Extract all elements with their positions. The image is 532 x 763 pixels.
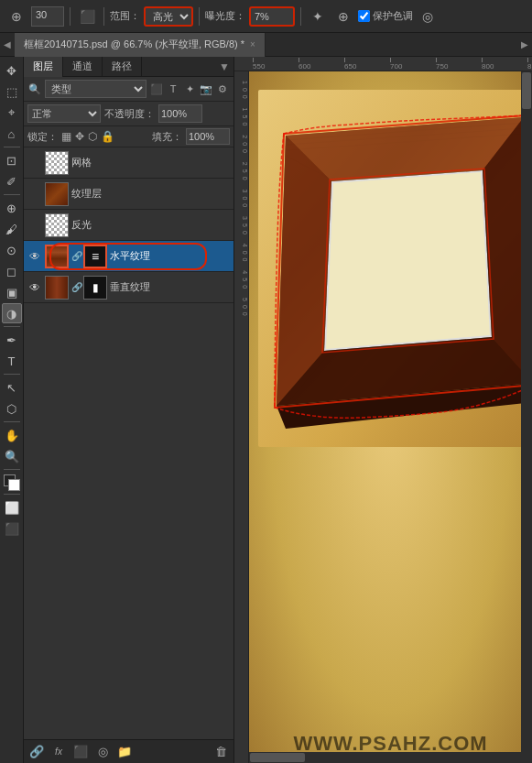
range-select[interactable]: 高光: [144, 6, 193, 27]
background-color[interactable]: [8, 479, 20, 491]
tool-screen-mode[interactable]: ⬛: [2, 518, 22, 539]
lock-artboard-icon[interactable]: ⬡: [88, 130, 97, 143]
layer-search-row: 🔍 类型 ⬛ T ✦ 📷 ⚙: [24, 77, 233, 102]
exposure-input[interactable]: [249, 6, 295, 27]
tool-path-select[interactable]: ↖: [2, 377, 22, 398]
layer-mask-btn[interactable]: ⬛: [71, 743, 90, 761]
lock-checkerboard-icon[interactable]: ▦: [61, 130, 71, 143]
layer-fx-btn[interactable]: fx: [49, 743, 68, 761]
layer-visibility-icon[interactable]: 👁: [27, 249, 42, 264]
tool-icon-4[interactable]: ⊕: [332, 5, 354, 27]
tool-crop[interactable]: ⊡: [2, 150, 22, 170]
layer-thumbnail: [45, 182, 69, 206]
tool-lasso[interactable]: ⌖: [2, 103, 22, 123]
fill-input[interactable]: [186, 128, 230, 145]
brush-size-select[interactable]: 30: [31, 6, 64, 27]
file-tab-name: 框框20140715.psd @ 66.7% (水平纹理, RGB/8) *: [24, 38, 244, 51]
tool-move[interactable]: ✥: [2, 60, 22, 81]
layer-type-select[interactable]: 类型: [45, 80, 147, 98]
lock-all-icon[interactable]: 🔒: [101, 130, 114, 143]
filter-adjustment[interactable]: ⚙: [215, 82, 230, 96]
tool-mode-standard[interactable]: ⬜: [2, 497, 22, 518]
layer-item[interactable]: 👁 🔗 ▮ 垂直纹理: [24, 272, 233, 303]
opacity-label: 不透明度：: [104, 107, 155, 121]
tool-sep-6: [4, 469, 20, 470]
tab-channels[interactable]: 通道: [63, 57, 103, 77]
lock-move-icon[interactable]: ✥: [75, 130, 84, 143]
layer-delete-btn[interactable]: 🗑: [212, 743, 230, 761]
tool-clone[interactable]: ⊙: [2, 240, 22, 260]
layer-link-icon: 🔗: [71, 282, 81, 292]
ruler-mark: 850: [527, 58, 532, 71]
layer-item[interactable]: 反光: [24, 210, 233, 241]
tool-hand[interactable]: ✋: [2, 425, 22, 445]
canvas-content[interactable]: WWW.PSAHZ.COM: [249, 71, 532, 763]
tool-pen[interactable]: ✒: [2, 330, 22, 350]
tool-zoom[interactable]: 🔍: [2, 446, 22, 466]
tool-dodge[interactable]: ◑: [2, 303, 22, 323]
color-swatches[interactable]: [4, 474, 20, 491]
tool-sep-3: [4, 326, 20, 327]
layer-name: 网格: [71, 156, 230, 169]
layer-visibility-icon[interactable]: [27, 187, 42, 202]
tab-layers[interactable]: 图层: [24, 57, 63, 77]
layer-name: 反光: [71, 218, 230, 232]
layer-thumbnail: [45, 151, 69, 175]
filter-text[interactable]: T: [166, 82, 180, 96]
layer-item-active[interactable]: 👁 🔗 ≡ 水平纹理: [24, 241, 233, 272]
separator-4: [300, 7, 301, 26]
filter-smart[interactable]: 📷: [199, 82, 213, 96]
tool-eraser[interactable]: ◻: [2, 261, 22, 281]
scrollbar-vertical-thumb[interactable]: [522, 72, 531, 109]
layer-adjustment-btn[interactable]: ◎: [93, 743, 112, 761]
tool-eyedropper[interactable]: ✐: [2, 171, 22, 191]
scrollbar-horizontal-thumb[interactable]: [250, 753, 305, 762]
ruler-mark: 750: [436, 58, 482, 71]
layer-list: 网格 纹理层 反光 👁 🔗: [24, 147, 233, 739]
file-tab[interactable]: 框框20140715.psd @ 66.7% (水平纹理, RGB/8) * ×: [15, 33, 266, 57]
panel-left-arrow[interactable]: ◀: [0, 33, 15, 57]
blend-mode-select[interactable]: 正常: [27, 104, 101, 123]
scrollbar-vertical[interactable]: [521, 71, 532, 752]
layers-panel: 图层 通道 路径 ▼ 🔍 类型 ⬛ T ✦: [24, 57, 234, 763]
layer-visibility-icon[interactable]: [27, 156, 42, 170]
protect-tone-checkbox[interactable]: [358, 10, 370, 22]
tool-icon-1[interactable]: ⊕: [5, 5, 27, 27]
panel-collapse-arrow[interactable]: ▼: [215, 60, 233, 73]
protect-tone-label[interactable]: 保护色调: [358, 9, 413, 23]
tool-sep-4: [4, 374, 20, 375]
filter-pixel[interactable]: ⬛: [149, 82, 164, 96]
tab-paths[interactable]: 路径: [103, 57, 142, 77]
tool-icon-3[interactable]: ✦: [307, 5, 329, 27]
scrollbar-horizontal[interactable]: [249, 752, 521, 763]
tool-type[interactable]: T: [2, 351, 22, 371]
layer-item[interactable]: 纹理层: [24, 179, 233, 210]
tool-heal[interactable]: ⊕: [2, 198, 22, 218]
separator-3: [199, 7, 200, 26]
tool-gradient[interactable]: ▣: [2, 282, 22, 302]
layer-visibility-icon[interactable]: [27, 218, 42, 233]
layer-visibility-icon[interactable]: 👁: [27, 280, 42, 295]
file-tab-close[interactable]: ×: [250, 39, 255, 49]
wooden-frame-svg: [258, 90, 532, 447]
layer-group-btn[interactable]: 📁: [115, 743, 134, 761]
tool-brush[interactable]: 🖌: [2, 219, 22, 239]
tool-icon-2[interactable]: ⬛: [76, 5, 98, 27]
opacity-input[interactable]: [158, 104, 202, 123]
range-label: 范围：: [110, 9, 140, 23]
layer-thumbnail: [45, 245, 69, 268]
panel-right-arrow[interactable]: ▶: [517, 33, 532, 57]
layer-link-btn[interactable]: 🔗: [27, 743, 46, 761]
layer-thumbnail: [45, 276, 69, 300]
tool-icon-5[interactable]: ◎: [417, 5, 439, 27]
tool-shape[interactable]: ⬡: [2, 398, 22, 419]
filter-vector[interactable]: ✦: [182, 82, 197, 96]
tool-select-rect[interactable]: ⬚: [2, 82, 22, 102]
tool-sep-7: [4, 494, 20, 495]
tool-sep-5: [4, 421, 20, 422]
layer-link-icon: 🔗: [71, 251, 81, 261]
ruler-mark: 650: [344, 58, 390, 71]
ruler-mark: 550: [253, 58, 299, 71]
layer-item[interactable]: 网格: [24, 147, 233, 179]
tool-magic-wand[interactable]: ⌂: [2, 124, 22, 144]
